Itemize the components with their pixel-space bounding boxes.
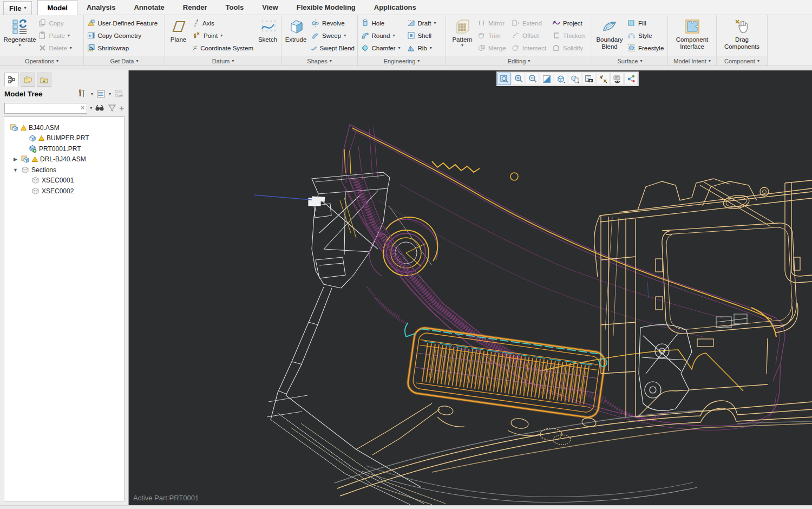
- trim-button[interactable]: Trim: [477, 30, 508, 41]
- favorites-tab[interactable]: [37, 73, 51, 87]
- tab-view[interactable]: View: [253, 0, 287, 15]
- tree-row[interactable]: BJ40.ASM: [4, 122, 124, 133]
- shell-button[interactable]: Shell: [407, 30, 443, 41]
- project-button[interactable]: Project: [552, 18, 587, 29]
- zoom-out-button[interactable]: [526, 73, 539, 85]
- add-column-icon[interactable]: +: [119, 103, 124, 113]
- sweep-button[interactable]: Sweep ▾: [311, 30, 355, 41]
- group-label-get-data[interactable]: Get Data▾: [84, 56, 165, 66]
- thicken-icon: [552, 31, 560, 40]
- boundary-blend-button[interactable]: Boundary Blend: [594, 16, 625, 55]
- filter-funnel-icon[interactable]: [108, 104, 116, 112]
- display-style-button[interactable]: [554, 73, 567, 85]
- style-button[interactable]: Style: [627, 30, 664, 41]
- annotation-display-button[interactable]: [610, 73, 624, 85]
- menu-file[interactable]: File ▾: [3, 1, 32, 15]
- chevron-down-icon[interactable]: ▾: [91, 92, 93, 96]
- tab-applications[interactable]: Applications: [365, 0, 425, 15]
- tree-row[interactable]: XSEC0002: [4, 186, 124, 197]
- find-binoculars-icon[interactable]: [95, 104, 105, 112]
- hole-button[interactable]: Hole: [361, 18, 403, 29]
- extrude-button[interactable]: Extrude: [283, 16, 309, 55]
- saved-orientations-button[interactable]: [568, 73, 581, 85]
- revolve-button[interactable]: Revolve: [311, 18, 355, 29]
- delete-button[interactable]: Delete ▾: [38, 43, 78, 54]
- group-datum: Plane Axis Point ▾ Coordinate System: [165, 15, 281, 66]
- group-label-model-intent[interactable]: Model Intent▾: [668, 56, 716, 66]
- folder-browser-tab[interactable]: [21, 73, 35, 87]
- tree-row[interactable]: ▶ DRL-BJ40.ASM: [4, 154, 124, 165]
- sketch-button[interactable]: Sketch: [256, 16, 280, 55]
- repaint-button[interactable]: [540, 73, 553, 85]
- tree-tools-icon[interactable]: [78, 89, 88, 99]
- tab-annotate[interactable]: Annotate: [125, 0, 173, 15]
- tree-row[interactable]: BUMPER.PRT: [4, 133, 124, 144]
- tab-flexible-modeling[interactable]: Flexible Modeling: [287, 0, 365, 15]
- graphics-viewport[interactable]: Active Part:PRT0001: [128, 70, 812, 505]
- tree-search-input[interactable]: [4, 103, 87, 114]
- shrinkwrap-button[interactable]: Shrinkwrap: [87, 43, 162, 54]
- regenerate-button[interactable]: Regenerate ▾: [3, 16, 36, 55]
- tab-model[interactable]: Model: [37, 0, 77, 15]
- pattern-button[interactable]: Pattern ▾: [449, 16, 475, 55]
- merge-button[interactable]: Merge: [477, 43, 508, 54]
- zoom-in-button[interactable]: [512, 73, 525, 85]
- axis-button[interactable]: Axis: [193, 18, 253, 29]
- intersect-button[interactable]: Intersect: [512, 43, 548, 54]
- coordinate-system-button[interactable]: Coordinate System: [193, 43, 253, 54]
- solidify-button[interactable]: Solidify: [552, 43, 587, 54]
- refit-icon: [500, 74, 509, 84]
- offset-button[interactable]: Offset: [512, 30, 548, 41]
- chevron-down-icon[interactable]: ▾: [109, 92, 111, 96]
- wireframe-model[interactable]: [129, 70, 812, 505]
- chamfer-button[interactable]: Chamfer ▾: [361, 43, 403, 54]
- plane-button[interactable]: Plane: [166, 16, 191, 55]
- copy-button[interactable]: Copy: [38, 18, 78, 29]
- component-interface-button[interactable]: Component Interface: [671, 16, 714, 55]
- group-label-shapes[interactable]: Shapes▾: [281, 56, 357, 66]
- group-label-engineering[interactable]: Engineering▾: [358, 56, 446, 66]
- model-tree-title: Model Tree: [4, 90, 43, 98]
- chevron-down-icon: ▾: [640, 59, 642, 63]
- clear-search-icon[interactable]: ✕: [80, 105, 85, 112]
- show-hide-icon[interactable]: [114, 89, 124, 99]
- extend-button[interactable]: Extend: [512, 18, 548, 29]
- group-label-component[interactable]: Component▾: [717, 56, 767, 66]
- group-label-surface[interactable]: Surface▾: [592, 56, 667, 66]
- datum-display-filters-button[interactable]: [596, 73, 610, 85]
- tree-filters-icon[interactable]: [96, 89, 106, 99]
- offset-icon: [512, 31, 520, 40]
- tree-row[interactable]: ▼ Sections: [4, 165, 124, 175]
- view-manager-button[interactable]: [582, 73, 595, 85]
- tree-row[interactable]: XSEC0001: [4, 175, 124, 186]
- spin-center-button[interactable]: [624, 73, 638, 85]
- group-label-editing[interactable]: Editing▾: [446, 56, 592, 66]
- expand-icon[interactable]: ▶: [12, 156, 19, 162]
- refit-button[interactable]: [497, 73, 511, 85]
- content-area: Model Tree ▾ ▾ ✕ ▾ +: [0, 66, 812, 505]
- rib-button[interactable]: Rib ▾: [407, 43, 443, 54]
- fill-button[interactable]: Fill: [627, 18, 664, 29]
- freestyle-button[interactable]: Freestyle: [627, 43, 664, 54]
- collapse-icon[interactable]: ▼: [12, 167, 19, 173]
- model-tree-tab[interactable]: [4, 73, 19, 87]
- tab-render[interactable]: Render: [174, 0, 217, 15]
- paste-button[interactable]: Paste ▾: [38, 30, 78, 41]
- swept-blend-button[interactable]: Swept Blend: [311, 43, 355, 54]
- group-label-operations[interactable]: Operations▾: [0, 56, 83, 66]
- drag-components-button[interactable]: Drag Components: [719, 16, 765, 55]
- tab-analysis[interactable]: Analysis: [77, 0, 125, 15]
- point-button[interactable]: Point ▾: [193, 30, 253, 41]
- tree-row[interactable]: PRT0001.PRT: [4, 143, 124, 154]
- mirror-button[interactable]: Mirror: [477, 18, 508, 29]
- group-get-data: User-Defined Feature x Copy Geometry Shr…: [84, 15, 165, 66]
- group-label-datum[interactable]: Datum▾: [165, 56, 281, 66]
- round-button[interactable]: Round ▾: [361, 30, 403, 41]
- copy-geometry-button[interactable]: x Copy Geometry: [87, 30, 162, 41]
- chevron-down-icon[interactable]: ▾: [90, 106, 92, 110]
- user-defined-feature-button[interactable]: User-Defined Feature: [87, 18, 162, 29]
- tab-tools[interactable]: Tools: [217, 0, 253, 15]
- thicken-button[interactable]: Thicken: [552, 30, 587, 41]
- draft-button[interactable]: Draft ▾: [407, 18, 443, 29]
- coordinate-system-icon: [193, 44, 198, 52]
